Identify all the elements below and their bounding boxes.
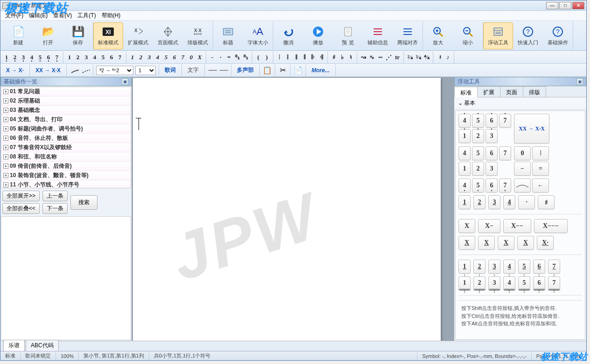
expand-icon[interactable]: + xyxy=(3,164,8,169)
preview-button[interactable]: 预 览 xyxy=(333,22,363,49)
pad-eq[interactable]: = xyxy=(532,162,549,176)
tb2-paren-0[interactable]: ( xyxy=(254,52,263,62)
tb2-bars-5[interactable]: 𝄇 xyxy=(317,52,326,62)
pad-2hi[interactable]: 2 xyxy=(472,129,484,143)
tab-layout[interactable]: 排版 xyxy=(523,86,546,97)
tb2-ts-1[interactable]: ³⁄₄ xyxy=(414,52,423,62)
pad-x-0[interactable]: X xyxy=(458,219,475,233)
tree-item-9[interactable]: +09 倚音(前倚音、后倚音) xyxy=(1,162,131,171)
expand-icon[interactable]: + xyxy=(3,98,8,103)
topics-tree[interactable]: +01 常见问题+02 乐理基础+03 基础概念+04 文档、导出、打印+05 … xyxy=(1,87,131,188)
menu-view[interactable]: 查看(V) xyxy=(50,11,75,21)
pad-5[interactable]: 5 xyxy=(472,146,484,160)
pad-xu-0[interactable]: X xyxy=(458,236,475,250)
tb2-bars-0[interactable]: 𝄀 xyxy=(275,52,284,62)
tb2-r3-6[interactable]: 7 xyxy=(179,52,187,62)
tb2-bars-2[interactable]: 𝄂 xyxy=(292,52,300,62)
pad-chord2-4[interactable]: 5 xyxy=(518,276,530,290)
pad-chord2-5[interactable]: 6 xyxy=(533,276,545,290)
pad-dot[interactable]: · xyxy=(518,195,535,209)
pad-x-2[interactable]: X−− xyxy=(503,219,531,233)
pad-chord2-3[interactable]: 4 xyxy=(503,276,515,290)
tab-extend[interactable]: 扩展 xyxy=(477,86,500,97)
tb2-rest-0[interactable]: 𝄽 xyxy=(435,52,444,62)
undo-button[interactable]: 撤消 xyxy=(273,22,303,49)
expand-icon[interactable]: + xyxy=(3,126,8,131)
tb2-orn-3[interactable]: ⋰ xyxy=(384,52,393,62)
pad-4u[interactable]: 4 xyxy=(503,195,515,209)
zoomin-button[interactable]: 放大 xyxy=(423,22,453,49)
title-button[interactable]: 标题 xyxy=(213,22,243,49)
tb2-acc-2[interactable]: ♮ xyxy=(347,52,355,62)
tree-item-11[interactable]: +11 小节、小节线、小节序号 xyxy=(1,180,131,188)
tb2-orn-2[interactable]: ∼ xyxy=(376,52,384,62)
basics-close-icon[interactable]: ▣ xyxy=(122,78,128,85)
tie-arc1-icon[interactable] xyxy=(69,66,79,75)
tb2-r3-7[interactable]: 0 xyxy=(187,52,195,62)
tree-item-8[interactable]: +08 和弦、和弦名称 xyxy=(1,152,131,162)
minimize-button[interactable]: — xyxy=(546,2,558,9)
expand-icon[interactable]: + xyxy=(3,117,8,122)
copy-icon[interactable]: 📋 xyxy=(263,66,272,75)
tb2-r1-0[interactable]: 1 xyxy=(2,52,11,62)
text-button[interactable]: 文字 xyxy=(185,65,201,75)
tb2-r3-1[interactable]: 2 xyxy=(137,52,145,62)
floattool-button[interactable]: 浮动工具 xyxy=(483,22,513,49)
next-button[interactable]: 下一条 xyxy=(42,203,68,214)
pad-1[interactable]: 1 xyxy=(458,162,471,176)
pad-7hi[interactable]: 7 xyxy=(499,114,511,128)
tb2-bars-1[interactable]: 𝄁 xyxy=(284,52,292,62)
tb2-r1-6[interactable]: 7 xyxy=(53,52,61,62)
tb2-paren-1[interactable]: ) xyxy=(263,52,271,62)
pad-chord2-0[interactable]: 1 xyxy=(458,276,471,290)
tb2-ts-2[interactable]: ⁴⁄₄ xyxy=(423,52,431,62)
pad-6lo[interactable]: 6 xyxy=(486,179,498,192)
pad-3u[interactable]: 3 xyxy=(488,195,500,209)
value-combo[interactable]: 1 xyxy=(135,66,156,75)
pad-chord2-2[interactable]: 3 xyxy=(488,276,500,290)
tree-item-10[interactable]: +10 装饰音(波音、颤音、顿音等) xyxy=(1,171,131,180)
lyrics-button[interactable]: 歌词 xyxy=(162,65,179,75)
tb2-r1-3[interactable]: 4 xyxy=(28,52,36,62)
pad-7lo[interactable]: 7 xyxy=(499,179,511,192)
pad-xu-3[interactable]: X xyxy=(517,236,534,250)
tb2-dash-4[interactable]: ⁸₁ xyxy=(242,52,250,62)
standard-mode-button[interactable]: XI标准模式 xyxy=(93,22,123,49)
pad-chord2-1[interactable]: 2 xyxy=(473,276,486,290)
tb2-dash-2[interactable]: = xyxy=(225,52,233,62)
tb2-orn-1[interactable]: ∿ xyxy=(368,52,376,62)
pad-chord1-2[interactable]: 3 xyxy=(488,260,500,274)
page-mode-button[interactable]: 页面模式 xyxy=(153,22,183,49)
tree-item-3[interactable]: +03 基础概念 xyxy=(1,106,131,115)
pad-chord1-0[interactable]: 1 xyxy=(458,260,471,274)
pad-chord1-6[interactable]: 7 xyxy=(548,260,560,274)
basicops-button[interactable]: ?基础操作 xyxy=(543,22,573,49)
open-button[interactable]: 📂打开 xyxy=(33,22,63,49)
pad-4lo[interactable]: 4 xyxy=(458,179,471,192)
pad-2[interactable]: 2 xyxy=(472,162,484,176)
tb2-r2-4[interactable]: 5 xyxy=(99,52,107,62)
tb2-r2-0[interactable]: 1 xyxy=(65,52,74,62)
tb2-r3-4[interactable]: 5 xyxy=(162,52,170,62)
tree-item-2[interactable]: +02 乐理基础 xyxy=(1,96,131,106)
tab-page[interactable]: 页面 xyxy=(500,86,523,97)
pad-7[interactable]: 7 xyxy=(499,146,511,160)
tb2-r3-2[interactable]: 3 xyxy=(145,52,153,62)
hline1-icon[interactable] xyxy=(208,66,217,75)
score-canvas[interactable]: JPW xyxy=(132,77,454,341)
tb2-r1-2[interactable]: 3 xyxy=(19,52,28,62)
search-button[interactable]: 搜索 xyxy=(70,195,97,210)
auxinfo-button[interactable]: 辅助信息 xyxy=(363,22,393,49)
tab-abc[interactable]: ABC代码 xyxy=(26,340,59,351)
tree-item-4[interactable]: +04 文档、导出、打印 xyxy=(1,115,131,124)
pad-chord1-5[interactable]: 6 xyxy=(533,260,545,274)
close-button[interactable]: ✕ xyxy=(572,2,584,9)
tree-item-7[interactable]: +07 节奏音符X以及锣鼓经 xyxy=(1,143,131,152)
expand-icon[interactable]: + xyxy=(3,136,8,141)
pad-x-3[interactable]: X−−− xyxy=(534,219,568,233)
menu-edit[interactable]: 编辑(E) xyxy=(26,11,50,21)
pad-5lo[interactable]: 5 xyxy=(472,179,484,192)
x-to-xdot-button[interactable]: X → X· xyxy=(3,66,27,75)
tie-arc2-icon[interactable] xyxy=(81,66,90,75)
pad-2u[interactable]: 2 xyxy=(473,195,486,209)
